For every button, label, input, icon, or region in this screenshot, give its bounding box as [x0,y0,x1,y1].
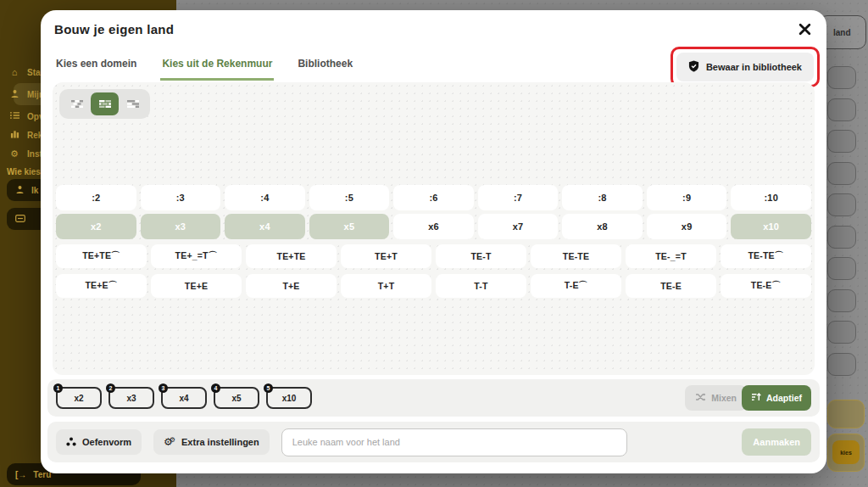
extra-settings-button[interactable]: ⚙⚙ Extra instellingen [153,429,270,455]
shuffle-icon [695,392,706,404]
chip-label: x2 [74,394,83,403]
chip-order-badge: 5 [264,383,273,393]
tab-kies-een-domein[interactable]: Kies een domein [54,53,138,81]
multiply-option-x8[interactable]: x8 [562,214,643,239]
shield-check-icon [688,60,699,74]
close-icon[interactable] [794,19,815,39]
rekenmuur-panel: :2:3:4:5:6:7:8:9:10 x2x3x4x5x6x7x8x9x10 … [53,82,815,375]
background-pill [827,66,856,89]
divide-option-3[interactable]: :3 [141,185,221,210]
sum-option[interactable]: TE+TE [246,244,337,268]
sums-row-2: TE+E⌒TE+ET+ET+TT-TT-E⌒TE-ETE-E⌒ [56,274,811,298]
build-country-modal: Bouw je eigen land Kies een domein Kies … [41,10,826,473]
divide-option-2[interactable]: :2 [56,185,136,210]
create-button: Aanmaken [742,428,811,456]
multiply-option-x4[interactable]: x4 [225,214,305,239]
background-pill [827,353,856,376]
practice-form-button[interactable]: Oefenvorm [56,429,142,455]
multiply-option-x3[interactable]: x3 [141,214,221,239]
sum-option[interactable]: TE-TE⌒ [721,244,811,268]
multiply-option-x7[interactable]: x7 [478,214,559,239]
multiply-row: x2x3x4x5x6x7x8x9x10 [56,214,811,239]
chip-order-badge: 2 [106,383,115,393]
sum-option[interactable]: T+T [341,274,431,298]
save-to-library-button[interactable]: Bewaar in bibliotheek [676,53,814,81]
background-tan-row [827,400,865,428]
tab-kies-uit-de-rekenmuur[interactable]: Kies uit de Rekenmuur [160,53,274,81]
sum-option[interactable]: TE+E⌒ [56,274,147,298]
mix-button[interactable]: Mixen [685,385,747,411]
wall-size-selector [59,89,150,119]
land-label: land [833,28,851,37]
sum-option[interactable]: TE-_=T [626,244,716,268]
sort-icon [751,392,761,404]
selected-chip-x2[interactable]: 1x2 [56,387,102,409]
sum-option[interactable]: T+E [246,274,337,298]
selected-chip-x10[interactable]: 5x10 [266,387,312,409]
multiply-option-x2[interactable]: x2 [56,214,136,239]
sum-option[interactable]: T-T [436,274,526,298]
chip-label: x3 [126,394,136,403]
home-icon: ⌂ [8,68,20,77]
multiply-option-x6[interactable]: x6 [393,214,474,239]
extra-settings-label: Extra instellingen [181,437,259,447]
exercise-grid: :2:3:4:5:6:7:8:9:10 x2x3x4x5x6x7x8x9x10 … [56,185,811,298]
divide-option-5[interactable]: :5 [309,185,390,210]
gears-icon: ⚙⚙ [164,437,175,447]
background-pill [827,226,856,249]
divide-option-4[interactable]: :4 [225,185,305,210]
divide-option-8[interactable]: :8 [562,185,643,210]
wall-size-medium-option[interactable] [91,92,119,115]
sum-option[interactable]: TE+_=T⌒ [151,244,242,268]
background-pill [827,289,856,312]
chip-order-badge: 1 [53,383,63,393]
list-icon [8,111,20,121]
adaptive-button[interactable]: Adaptief [742,385,811,411]
background-pill [827,321,856,344]
selected-chip-x5[interactable]: 4x5 [214,387,259,409]
modal-footer: Oefenvorm ⚙⚙ Extra instellingen Aanmaken [47,422,820,462]
country-name-input[interactable] [281,428,627,456]
person-icon [15,185,25,196]
sum-option[interactable]: T-E⌒ [531,274,621,298]
adaptive-label: Adaptief [766,393,802,403]
divide-option-6[interactable]: :6 [393,185,474,210]
background-pill [827,130,856,153]
background-pill [827,193,856,216]
selected-chip-x3[interactable]: 2x3 [108,387,154,409]
highlight-annotation: Bewaar in bibliotheek [670,47,820,87]
save-to-library-label: Bewaar in bibliotheek [706,62,802,72]
selected-chips: 1x22x33x44x55x10 [56,387,319,409]
card-icon [15,215,25,224]
shapes-icon [66,437,76,448]
sum-option[interactable]: TE-TE [531,244,621,268]
chip-label: x4 [179,394,188,403]
sum-option[interactable]: TE-E⌒ [721,274,811,298]
sum-option[interactable]: TE+E [151,274,242,298]
practice-form-label: Oefenvorm [82,437,131,447]
chip-order-badge: 4 [211,383,220,393]
sum-option[interactable]: TE+T [341,244,431,268]
wall-size-small-option[interactable] [63,92,91,115]
multiply-option-x10[interactable]: x10 [731,214,811,239]
background-pill [827,257,856,280]
chip-order-badge: 3 [159,383,168,393]
selection-bar: 1x22x33x44x55x10 Mixen Adaptief [47,379,820,417]
divide-option-9[interactable]: :9 [647,185,727,210]
selected-chip-x4[interactable]: 3x4 [161,387,207,409]
background-pill [827,98,856,121]
exit-icon: [→ [15,470,26,479]
background-pill [827,162,856,185]
multiply-option-x5[interactable]: x5 [309,214,390,239]
tab-bibliotheek[interactable]: Bibliotheek [296,53,354,81]
sum-option[interactable]: TE-E [626,274,716,298]
divide-option-7[interactable]: :7 [478,185,559,210]
multiply-option-x9[interactable]: x9 [647,214,727,239]
sum-option[interactable]: TE+TE⌒ [56,244,147,268]
person-icon [8,89,20,100]
kies-label: kies [840,450,852,456]
divide-option-10[interactable]: :10 [731,185,811,210]
sum-option[interactable]: TE-T [436,244,526,268]
modal-title: Bouw je eigen land [54,22,174,36]
wall-size-large-option[interactable] [119,92,147,115]
